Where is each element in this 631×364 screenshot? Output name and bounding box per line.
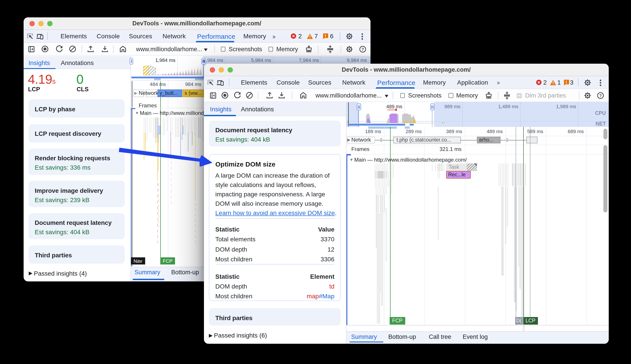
svg-text:?: ? xyxy=(599,93,602,98)
svg-text:?: ? xyxy=(361,47,364,52)
